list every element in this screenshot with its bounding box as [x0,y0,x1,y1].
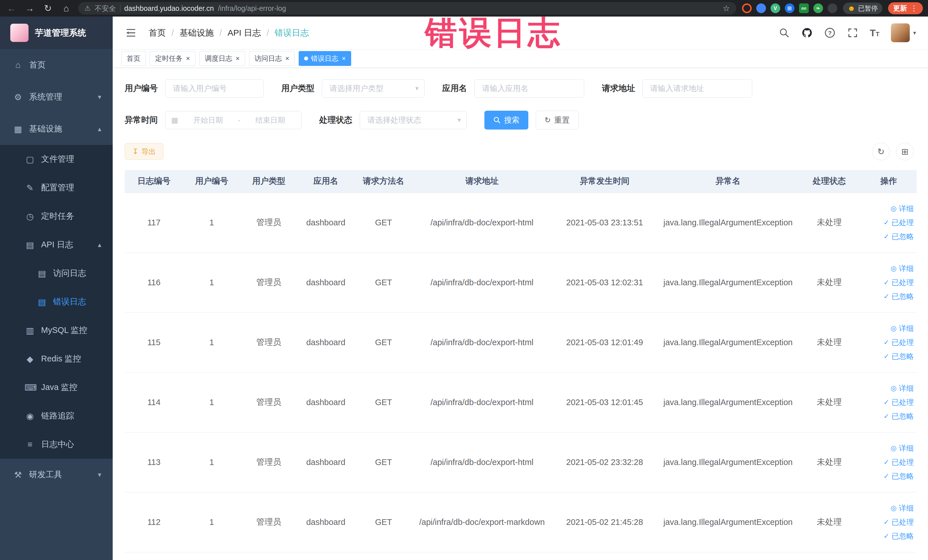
tab-1[interactable]: 定时任务× [150,51,195,66]
logo-row[interactable]: 芋道管理系统 [0,17,113,49]
sidebar-item-edit[interactable]: ✎配置管理 [0,174,113,202]
sidebar-item-label: MySQL 监控 [41,325,87,336]
ignored-action[interactable]: ✓已忽略 [884,531,914,541]
user-menu[interactable]: ▾ [891,23,916,42]
reload-icon[interactable]: ↻ [42,3,54,14]
detail-action[interactable]: ◎详细 [891,443,914,453]
end-date-placeholder: 结束日期 [245,115,296,125]
cell-time: 2021-05-03 12:02:31 [551,252,658,312]
ignored-action[interactable]: ✓已忽略 [884,351,914,362]
github-icon[interactable] [801,27,813,38]
breadcrumb-infrastructure[interactable]: 基础设施 [179,27,214,39]
detail-action[interactable]: ◎详细 [891,204,914,214]
sidebar-item-log-center[interactable]: ≡日志中心 [0,430,113,459]
update-menu-button[interactable]: 更新 ⋮ [888,2,923,14]
detail-action[interactable]: ◎详细 [891,503,914,513]
sidebar-item-trace[interactable]: ◉链路追踪 [0,402,113,430]
close-tab-icon[interactable]: × [236,55,240,62]
processed-action[interactable]: ✓已处理 [884,397,914,407]
extension-on-icon[interactable]: on [799,3,809,13]
tab-4[interactable]: 错误日志× [299,51,351,66]
search-button[interactable]: 搜索 [484,111,528,130]
cell-url: /api/infra/db-doc/export-html [413,372,551,432]
ignored-action[interactable]: ✓已忽略 [884,232,914,242]
sidebar-item-home[interactable]: ⌂首页 [0,49,113,81]
detail-action[interactable]: ◎详细 [891,264,914,273]
font-size-icon[interactable]: TT [870,27,879,38]
ignored-action[interactable]: ✓已忽略 [884,291,914,302]
extension-leaf-icon[interactable]: ❧ [814,3,823,13]
request-url-input[interactable] [643,80,752,97]
breadcrumb-api-log[interactable]: API 日志 [227,27,261,39]
table-row: 1121管理员dashboardGET/api/infra/db-doc/exp… [125,492,917,552]
close-tab-icon[interactable]: × [285,55,289,62]
processed-action[interactable]: ✓已处理 [884,517,914,527]
detail-action[interactable]: ◎详细 [891,383,914,394]
cell-actions: ◎详细✓已处理✓已忽略 [861,252,917,312]
sidebar-item-gear[interactable]: ⚙系统管理▾ [0,81,113,113]
sidebar-item-api-log[interactable]: ▤API 日志▴ [0,230,113,259]
ignored-action-label: 已忽略 [891,471,914,481]
user-type-select[interactable]: 请选择用户类型 ▾ [322,79,424,98]
tab-3[interactable]: 访问日志× [249,51,295,66]
cell-log-id: 116 [125,252,183,312]
back-icon[interactable]: ← [5,3,18,14]
sidebar-item-file[interactable]: ▢文件管理 [0,145,113,174]
forward-icon[interactable]: → [23,3,36,14]
view-icon: ◎ [891,384,897,392]
extension-paw-icon[interactable] [827,3,837,13]
hamburger-icon[interactable] [125,27,137,38]
sidebar-item-infrastructure[interactable]: ▦基础设施▴ [0,113,113,145]
sidebar-item-dev-tools[interactable]: ⚒研发工具▾ [0,459,113,491]
home-icon[interactable]: ⌂ [60,3,72,14]
processed-action-label: 已处理 [891,457,914,467]
close-tab-icon[interactable]: × [186,55,190,62]
close-tab-icon[interactable]: × [342,55,346,62]
breadcrumb-home[interactable]: 首页 [149,27,166,39]
user-id-input[interactable] [165,80,263,97]
detail-action[interactable]: ◎详细 [891,323,914,334]
tab-2[interactable]: 调度日志× [199,51,245,66]
column-header-4: 请求方法名 [354,170,413,192]
processed-action-label: 已处理 [891,517,914,527]
extension-ring-icon[interactable] [742,3,752,13]
fullscreen-icon[interactable] [847,27,858,38]
sidebar-item-error-log[interactable]: ▤错误日志 [0,288,113,316]
refresh-table-button[interactable]: ↻ [872,143,890,160]
sidebar-item-access-log[interactable]: ▤访问日志 [0,259,113,288]
tab-0[interactable]: 首页 [121,51,146,66]
date-range-picker[interactable]: ▦ 开始日期 - 结束日期 [165,111,302,129]
cell-log-id: 114 [125,372,183,432]
export-button[interactable]: ↧ 导出 [125,143,163,160]
search-icon[interactable] [778,27,790,38]
sidebar-item-timer[interactable]: ◷定时任务 [0,202,113,230]
ignored-action[interactable]: ✓已忽略 [884,471,914,481]
ignored-action[interactable]: ✓已忽略 [884,411,914,421]
column-header-8: 处理状态 [798,170,861,192]
dev-tools-icon: ⚒ [12,470,23,480]
help-icon[interactable]: ? [824,27,836,38]
processed-action[interactable]: ✓已处理 [884,337,914,348]
extension-grid-icon[interactable]: ⊞ [785,3,795,13]
chevron-down-icon: ▾ [415,85,418,92]
sidebar-item-mysql[interactable]: ▥MySQL 监控 [0,316,113,345]
reset-button[interactable]: ↻ 重置 [536,111,578,130]
column-settings-button[interactable]: ⊞ [896,143,914,160]
processed-action[interactable]: ✓已处理 [884,278,914,288]
extension-blue-icon[interactable] [756,3,766,13]
sidebar-item-java[interactable]: ⌨Java 监控 [0,373,113,402]
process-status-select[interactable]: 请选择处理状态 ▾ [360,111,467,129]
bookmark-star-icon[interactable]: ☆ [723,4,730,13]
sidebar-item-redis[interactable]: ◆Redis 监控 [0,345,113,373]
view-icon: ◎ [891,204,897,212]
smiley-icon: ☻ [847,4,855,13]
processed-action[interactable]: ✓已处理 [884,457,914,467]
sidebar-item-label: Java 监控 [41,382,77,393]
filter-label: 应用名 [442,83,467,94]
paused-badge[interactable]: ☻ 已暂停 [843,3,882,14]
extension-vue-icon[interactable]: V [771,3,780,13]
app-name-input[interactable] [475,80,584,97]
address-bar[interactable]: ⚠ 不安全 dashboard.yudao.iocoder.cn/infra/l… [78,2,736,15]
table-header-row: 日志编号用户编号用户类型应用名请求方法名请求地址异常发生时间异常名处理状态操作 [125,170,917,192]
processed-action[interactable]: ✓已处理 [884,218,914,227]
